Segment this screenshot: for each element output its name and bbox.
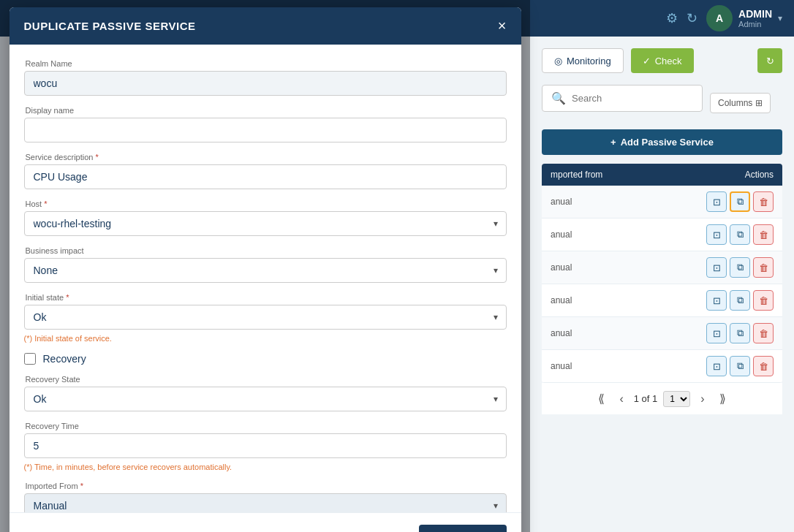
admin-name: ADMIN [738, 8, 772, 20]
copy-button[interactable]: ⧉ [730, 290, 750, 311]
view-button[interactable]: ⊡ [706, 191, 727, 212]
initial-state-label: Initial state [24, 293, 507, 302]
delete-button[interactable]: 🗑 [753, 191, 774, 212]
business-impact-select[interactable]: None [24, 258, 507, 283]
table-row: anual ⊡ ⧉ 🗑 [542, 317, 782, 350]
recovery-time-label: Recovery Time [24, 422, 507, 430]
pagination: ⟪ ‹ 1 of 1 1 › ⟫ [542, 383, 782, 414]
gear-icon[interactable]: ⚙ [666, 10, 678, 26]
recovery-state-label: Recovery State [24, 375, 507, 384]
display-name-label: Display name [24, 106, 507, 115]
recovery-state-select-wrapper: Ok ▾ [24, 387, 507, 411]
initial-state-select[interactable]: Ok [24, 305, 507, 330]
service-description-label: Service description [24, 153, 507, 162]
host-label: Host [24, 200, 507, 208]
duplicate-button[interactable]: Duplicate [419, 525, 506, 532]
imported-from-value: anual [551, 328, 572, 338]
copy-button-highlighted[interactable]: ⧉ [730, 191, 750, 212]
avatar: A [706, 5, 733, 31]
table-row: anual ⊡ ⧉ 🗑 [542, 284, 782, 317]
recovery-time-group: Recovery Time (*) Time, in minutes, befo… [24, 422, 507, 471]
table-row: anual ⊡ ⧉ 🗑 [542, 218, 782, 251]
delete-button[interactable]: 🗑 [753, 224, 774, 245]
table-header: mported from Actions [542, 164, 782, 186]
view-button[interactable]: ⊡ [706, 356, 727, 376]
imported-from-group: Imported From Manual ▾ [24, 482, 507, 512]
delete-button[interactable]: 🗑 [753, 257, 774, 278]
imported-from-select[interactable]: Manual [24, 493, 507, 512]
search-input[interactable] [572, 93, 693, 104]
realm-name-label: Realm Name [24, 59, 507, 68]
action-buttons-row: ◎ Monitoring ✓ Check ↻ [542, 48, 782, 73]
columns-button[interactable]: Columns ⊞ [710, 93, 771, 113]
duplicate-passive-service-modal: DUPLICATE PASSIVE SERVICE × Realm Name D… [10, 7, 521, 532]
delete-button[interactable]: 🗑 [753, 356, 774, 376]
imported-from-value: anual [551, 262, 572, 273]
modal-overlay: DUPLICATE PASSIVE SERVICE × Realm Name D… [0, 0, 530, 532]
check-button[interactable]: ✓ Check [631, 48, 694, 73]
business-impact-select-wrapper: None ▾ [24, 258, 507, 283]
imported-from-header: mported from [551, 170, 602, 180]
prev-page-button[interactable]: ‹ [615, 391, 627, 407]
copy-button[interactable]: ⧉ [730, 257, 750, 278]
first-page-button[interactable]: ⟪ [594, 390, 609, 407]
initial-state-group: Initial state Ok ▾ (*) Initial state of … [24, 293, 507, 343]
services-table: mported from Actions anual ⊡ ⧉ 🗑 anual ⊡… [542, 164, 782, 383]
refresh-icon[interactable]: ↻ [687, 10, 697, 26]
imported-from-select-wrapper: Manual ▾ [24, 493, 507, 512]
imported-from-label: Imported From [24, 482, 507, 490]
host-select-wrapper: wocu-rhel-testing ▾ [24, 211, 507, 236]
admin-section: A ADMIN Admin ▾ [706, 5, 782, 31]
business-impact-group: Business impact None ▾ [24, 246, 507, 283]
host-group: Host wocu-rhel-testing ▾ [24, 200, 507, 236]
table-row: anual ⊡ ⧉ 🗑 [542, 251, 782, 284]
imported-from-value: anual [551, 361, 572, 371]
realm-name-group: Realm Name [24, 59, 507, 96]
admin-info: ADMIN Admin [738, 8, 772, 28]
modal-footer: Duplicate [10, 512, 521, 532]
copy-button[interactable]: ⧉ [730, 224, 750, 245]
close-button[interactable]: × [498, 18, 507, 34]
recovery-state-group: Recovery State Ok ▾ [24, 375, 507, 411]
recovery-checkbox[interactable] [24, 353, 36, 365]
initial-state-hint: (*) Initial state of service. [24, 334, 507, 343]
chevron-down-icon[interactable]: ▾ [778, 13, 782, 23]
next-page-button[interactable]: › [696, 391, 708, 407]
modal-title: DUPLICATE PASSIVE SERVICE [24, 20, 196, 32]
refresh-right-button[interactable]: ↻ [757, 48, 782, 73]
display-name-input[interactable] [24, 118, 507, 142]
service-description-group: Service description [24, 153, 507, 189]
page-select[interactable]: 1 [663, 391, 690, 407]
copy-button[interactable]: ⧉ [730, 323, 750, 343]
page-info: 1 of 1 [634, 393, 658, 404]
check-icon: ✓ [643, 56, 651, 66]
recovery-row: Recovery [24, 353, 507, 365]
business-impact-label: Business impact [24, 246, 507, 255]
delete-button[interactable]: 🗑 [753, 290, 774, 311]
recovery-label: Recovery [43, 353, 86, 365]
view-button[interactable]: ⊡ [706, 290, 727, 311]
columns-icon: ⊞ [755, 98, 763, 108]
plus-icon: + [610, 137, 616, 148]
right-panel: ◎ Monitoring ✓ Check ↻ 🔍 Columns ⊞ + Add… [530, 37, 794, 532]
delete-button[interactable]: 🗑 [753, 323, 774, 343]
imported-from-value: anual [551, 295, 572, 305]
recovery-state-select[interactable]: Ok [24, 387, 507, 411]
view-button[interactable]: ⊡ [706, 257, 727, 278]
monitoring-button[interactable]: ◎ Monitoring [542, 48, 624, 73]
imported-from-value: anual [551, 197, 572, 207]
host-select[interactable]: wocu-rhel-testing [24, 211, 507, 236]
monitoring-icon: ◎ [554, 56, 562, 66]
realm-name-input[interactable] [24, 71, 507, 96]
view-button[interactable]: ⊡ [706, 224, 727, 245]
initial-state-select-wrapper: Ok ▾ [24, 305, 507, 330]
search-row: 🔍 Columns ⊞ [542, 85, 782, 121]
service-description-input[interactable] [24, 164, 507, 189]
last-page-button[interactable]: ⟫ [715, 390, 730, 407]
view-button[interactable]: ⊡ [706, 323, 727, 343]
table-row: anual ⊡ ⧉ 🗑 [542, 350, 782, 383]
search-bar: 🔍 [542, 85, 703, 112]
copy-button[interactable]: ⧉ [730, 356, 750, 376]
recovery-time-input[interactable] [24, 433, 507, 458]
add-passive-service-button[interactable]: + Add Passive Service [542, 129, 782, 155]
